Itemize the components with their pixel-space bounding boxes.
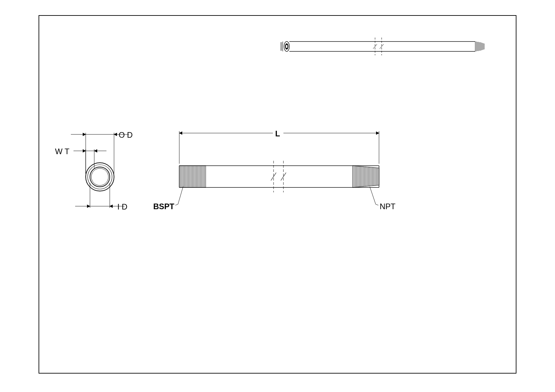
svg-point-24 bbox=[90, 167, 110, 187]
top-pipe-illustration bbox=[281, 38, 484, 55]
svg-line-93 bbox=[175, 204, 178, 205]
label-npt: NPT bbox=[380, 202, 395, 211]
main-side-pipe bbox=[179, 161, 379, 192]
leader-npt bbox=[370, 187, 378, 205]
svg-point-4 bbox=[286, 45, 288, 48]
label-l: L bbox=[275, 129, 280, 138]
label-id: I D bbox=[117, 202, 128, 211]
svg-line-92 bbox=[178, 186, 183, 204]
svg-point-25 bbox=[91, 168, 108, 185]
label-wt: W T bbox=[55, 147, 70, 156]
svg-line-95 bbox=[376, 204, 378, 205]
diagram-svg bbox=[0, 0, 555, 392]
page: O D W T I D L BSPT NPT bbox=[0, 0, 555, 392]
leader-bspt bbox=[175, 186, 183, 205]
svg-line-94 bbox=[370, 187, 376, 204]
label-od: O D bbox=[119, 130, 133, 140]
label-bspt: BSPT bbox=[153, 202, 174, 211]
